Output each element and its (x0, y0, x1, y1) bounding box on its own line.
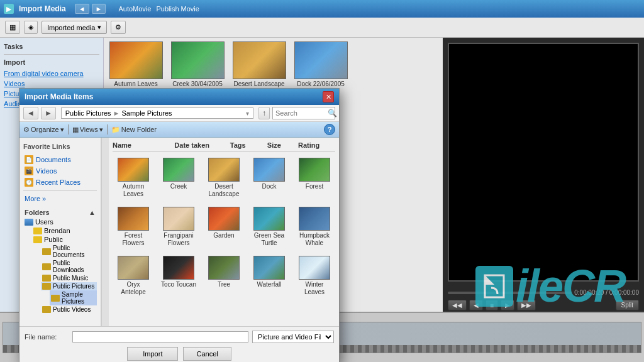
next-btn[interactable]: ▶ (501, 300, 514, 310)
file-item[interactable]: Desert Landscape (203, 155, 245, 200)
filename-input[interactable] (72, 331, 248, 343)
file-label: Frangipani Flowers (159, 232, 198, 247)
stop-btn[interactable]: ■ (486, 300, 498, 310)
import-videos-link[interactable]: Videos (4, 79, 99, 89)
fav-documents-icon: 📄 (25, 155, 33, 164)
fav-more[interactable]: More » (23, 194, 97, 204)
preview-slider[interactable] (448, 292, 572, 294)
files-icons-grid: Autumn Leaves Creek Desert Landscape Doc… (113, 155, 335, 299)
sidebar-scrollbar[interactable] (101, 138, 109, 326)
imported-media-dropdown[interactable]: Imported media ▾ (42, 21, 107, 34)
publish-movie-btn[interactable]: Publish Movie (156, 5, 199, 13)
dialog-nav-refresh[interactable]: ↑ (258, 107, 270, 119)
folder-pub-music[interactable]: Public Music (41, 274, 97, 282)
media-label: Autumn Leaves (114, 80, 158, 88)
pub-music-icon (42, 275, 51, 282)
public-icon (33, 236, 42, 243)
ff-btn[interactable]: ▶▶ (517, 300, 536, 310)
dialog-title: Import Media Items (25, 92, 93, 101)
folder-users[interactable]: Users (23, 217, 97, 226)
folder-sample[interactable]: Sample Pictures (50, 290, 97, 305)
col-tags[interactable]: Tags (230, 141, 267, 149)
nav-forward-btn[interactable]: ► (92, 4, 106, 14)
col-rating[interactable]: Rating (298, 141, 335, 149)
filetype-select[interactable]: Picture and Video Files (252, 331, 334, 343)
brendan-icon (33, 228, 42, 234)
automovie-btn[interactable]: AutoMovie (118, 5, 151, 13)
file-thumb (253, 158, 285, 182)
fav-documents[interactable]: 📄 Documents (23, 154, 97, 165)
dialog-body: Favorite Links 📄 Documents 🎬 Videos 🕐 Re… (19, 138, 339, 326)
fav-recent[interactable]: 🕐 Recent Places (23, 177, 97, 188)
files-header: Name Date taken Tags Size Rating (113, 141, 335, 151)
views-btn[interactable]: ▦ Views ▾ (72, 126, 103, 134)
view-toggle-btn[interactable]: ▦ (5, 21, 20, 34)
breadcrumb-part1: Public Pictures (65, 109, 111, 117)
dialog-nav-back[interactable]: ◄ (23, 107, 38, 119)
folder-pub-docs[interactable]: Public Documents (41, 244, 97, 259)
play-btn[interactable]: ◀◀ (448, 300, 467, 310)
extra-btn[interactable]: ◈ (24, 21, 38, 34)
import-btn[interactable]: Import (127, 347, 178, 361)
file-thumb (118, 256, 149, 280)
file-item[interactable]: Creek (158, 155, 199, 200)
col-size[interactable]: Size (267, 141, 298, 149)
file-item[interactable]: Tree (203, 253, 245, 299)
import-title: Import (4, 58, 99, 66)
breadcrumb-dropdown[interactable]: ▾ (246, 110, 249, 117)
right-panel: 0:00:00:20 / 0:00:00:00 ◀◀ ◀ ■ ▶ ▶▶ Spli… (443, 38, 644, 312)
file-item[interactable]: Autumn Leaves (113, 155, 154, 200)
prev-btn[interactable]: ◀ (469, 300, 483, 310)
pub-pics-icon (42, 283, 51, 290)
action-bar-sep (68, 124, 69, 134)
folder-pub-pics[interactable]: Public Pictures (41, 282, 97, 290)
dialog-bottom: File name: Picture and Video Files Impor… (19, 326, 339, 362)
breadcrumb-bar[interactable]: Public Pictures ► Sample Pictures ▾ (61, 107, 253, 119)
folder-icon: 📁 (111, 126, 120, 134)
folder-pub-videos[interactable]: Public Videos (41, 305, 97, 314)
file-item[interactable]: Winter Leaves (294, 253, 335, 299)
folders-header[interactable]: Folders ▲ (23, 207, 97, 217)
file-thumb (208, 256, 240, 280)
pub-dl-icon (42, 263, 51, 270)
folder-pub-dl[interactable]: Public Downloads (41, 259, 97, 274)
action-bar-sep2 (107, 124, 108, 134)
dialog-nav-forward[interactable]: ► (41, 107, 56, 119)
fav-videos[interactable]: 🎬 Videos (23, 165, 97, 177)
organize-btn[interactable]: ⚙ Organize ▾ (23, 126, 64, 134)
fav-videos-icon: 🎬 (25, 167, 33, 175)
col-name[interactable]: Name (113, 141, 174, 149)
file-thumb (163, 256, 194, 280)
import-dv-link[interactable]: From digital video camera (4, 69, 99, 79)
file-item[interactable]: Toco Toucan (158, 253, 199, 299)
dialog-close-btn[interactable]: ✕ (323, 91, 334, 102)
media-thumb (233, 41, 286, 79)
help-btn[interactable]: ? (324, 124, 335, 135)
folder-public[interactable]: Public (32, 235, 97, 244)
nav-back-btn[interactable]: ◄ (75, 4, 89, 14)
split-btn[interactable]: Split (616, 300, 639, 310)
file-item[interactable]: Forest Flowers (113, 204, 154, 250)
options-btn[interactable]: ⚙ (111, 21, 126, 34)
search-input[interactable] (275, 109, 326, 117)
breadcrumb-arrow: ► (113, 109, 120, 117)
file-item[interactable]: Waterfall (248, 253, 290, 299)
file-thumb (253, 207, 285, 231)
new-folder-btn[interactable]: 📁 New Folder (111, 126, 157, 134)
preview-time: 0:00:00:20 / 0:00:00:00 (574, 289, 639, 296)
files-grid-area: Name Date taken Tags Size Rating Autumn … (109, 138, 339, 326)
sample-icon (51, 295, 60, 302)
file-label: Forest Flowers (114, 232, 153, 247)
dialog-title-bar: Import Media Items ✕ (19, 89, 339, 105)
file-item[interactable]: Forest (294, 155, 335, 200)
favorites-panel: Favorite Links 📄 Documents 🎬 Videos 🕐 Re… (19, 138, 101, 326)
col-date[interactable]: Date taken (174, 141, 230, 149)
file-item[interactable]: Green Sea Turtle (248, 204, 290, 250)
cancel-btn[interactable]: Cancel (183, 347, 231, 361)
file-item[interactable]: Dock (248, 155, 290, 200)
file-item[interactable]: Humpback Whale (294, 204, 335, 250)
file-item[interactable]: Frangipani Flowers (158, 204, 199, 250)
file-item[interactable]: Garden (203, 204, 245, 250)
folder-brendan[interactable]: Brendan (32, 226, 97, 235)
file-item[interactable]: Oryx Antelope (113, 253, 154, 299)
